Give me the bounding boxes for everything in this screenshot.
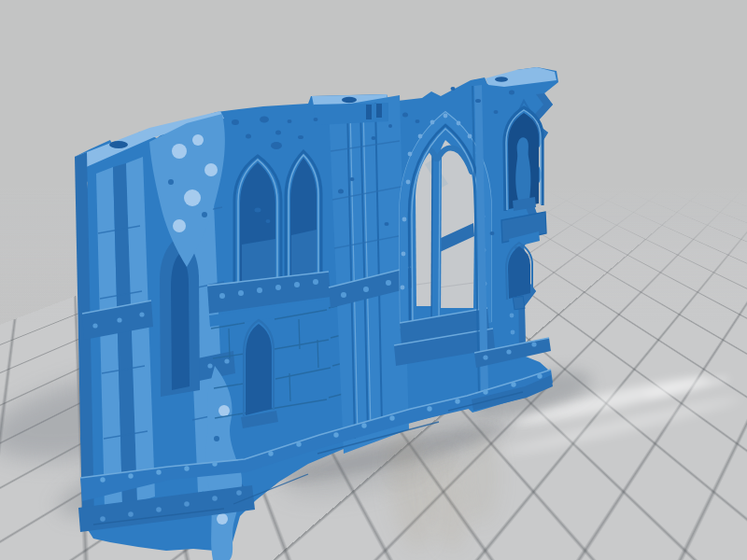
model-gothic-ruin[interactable] xyxy=(0,0,747,560)
magnet-socket-hole xyxy=(109,141,128,148)
hanging-plate xyxy=(513,296,525,309)
magnet-socket-hole xyxy=(342,97,357,103)
magnet-socket-hole xyxy=(495,77,508,82)
3d-viewport[interactable] xyxy=(0,0,747,560)
lower-arch-panel xyxy=(506,243,532,300)
socket-slot xyxy=(366,105,372,119)
socket-slot xyxy=(376,104,382,118)
